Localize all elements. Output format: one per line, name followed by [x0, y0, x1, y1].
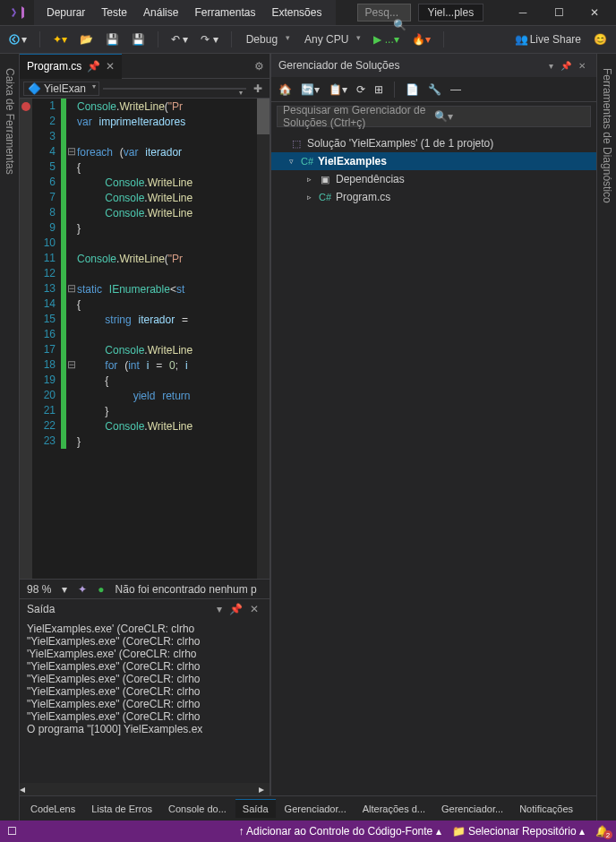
fold-toggle[interactable]	[66, 312, 77, 327]
bottom-tab-2[interactable]: Console do...	[161, 800, 234, 818]
undo-button[interactable]: ↶ ▾	[167, 31, 192, 47]
output-close-icon[interactable]: ✕	[246, 603, 262, 615]
expand-icon[interactable]: ▿	[286, 157, 296, 166]
expand-icon[interactable]: ▹	[304, 193, 314, 202]
repo-selector-button[interactable]: 📁 Selecionar Repositório ▴	[452, 825, 585, 838]
code-editor[interactable]: 1234567891011121314151617181920212223 ⊟⊟…	[20, 99, 270, 579]
bottom-tab-0[interactable]: CodeLens	[23, 800, 82, 818]
code-lines[interactable]: Console.WriteLine("Prvar imprimeIterador…	[77, 99, 270, 579]
minimize-button[interactable]: ─	[505, 0, 541, 25]
fold-margin[interactable]: ⊟⊟⊟	[66, 99, 77, 579]
scroll-thumb[interactable]	[257, 99, 270, 134]
solexp-dropdown-icon[interactable]: ▾	[545, 61, 557, 71]
sol-home-icon[interactable]: 🏠	[277, 82, 294, 98]
bottom-tab-7[interactable]: Notificações	[512, 800, 580, 818]
fold-toggle[interactable]: ⊟	[66, 357, 77, 373]
sol-props-icon[interactable]: —	[449, 82, 463, 98]
tree-solution-node[interactable]: ⬚ Solução 'YielExamples' (1 de 1 projeto…	[271, 134, 596, 152]
project-selector[interactable]: Yiel...ples	[418, 4, 484, 21]
editor-scrollbar[interactable]	[257, 99, 270, 579]
close-button[interactable]: ✕	[577, 0, 612, 25]
bottom-tab-5[interactable]: Alterações d...	[355, 800, 432, 818]
new-item-button[interactable]: ✦▾	[49, 31, 71, 47]
toolbox-tab[interactable]: Caixa de Ferramentas	[4, 61, 16, 182]
fold-toggle[interactable]	[66, 342, 77, 357]
zoom-dropdown-icon[interactable]: ▾	[62, 583, 67, 596]
menu-teste[interactable]: Teste	[94, 3, 134, 22]
output-body[interactable]: YielExamples.exe' (CoreCLR: clrho"YielEx…	[20, 619, 270, 783]
menu-análise[interactable]: Análise	[136, 3, 185, 22]
menu-depurar[interactable]: Depurar	[39, 3, 92, 22]
zoom-level[interactable]: 98 %	[27, 583, 51, 596]
back-nav-button[interactable]: ▾	[5, 31, 30, 47]
fold-toggle[interactable]	[66, 175, 77, 190]
fold-toggle[interactable]	[66, 114, 77, 129]
sol-refresh-icon[interactable]: 🔧	[426, 82, 443, 98]
solexp-pin-icon[interactable]: 📌	[557, 61, 575, 71]
split-editor-icon[interactable]: ✚	[250, 82, 266, 95]
diagnostics-tab[interactable]: Ferramentas de Diagnóstico	[601, 61, 613, 210]
fold-toggle[interactable]: ⊟	[66, 144, 77, 159]
sol-sync-icon[interactable]: ⟳	[355, 82, 367, 98]
fold-toggle[interactable]	[66, 434, 77, 449]
bottom-tab-1[interactable]: Lista de Erros	[84, 800, 159, 818]
expand-icon[interactable]: ▹	[304, 175, 314, 184]
tree-project-node[interactable]: ▿ C# YielExamples	[271, 152, 596, 170]
tree-file-node[interactable]: ▹ C# Program.cs	[271, 188, 596, 206]
search-box[interactable]: Pesq... 🔍	[357, 4, 411, 21]
open-file-button[interactable]: 📂	[76, 31, 97, 47]
fold-toggle[interactable]	[66, 129, 77, 144]
bottom-tab-6[interactable]: Gerenciador...	[434, 800, 510, 818]
fold-toggle[interactable]	[66, 403, 77, 418]
sol-brush-icon[interactable]: 📋▾	[327, 82, 349, 98]
fold-toggle[interactable]	[66, 236, 77, 251]
fold-toggle[interactable]	[66, 251, 77, 266]
save-button[interactable]: 💾	[102, 31, 123, 47]
menu-ferramentas[interactable]: Ferramentas	[187, 3, 262, 22]
notifications-icon[interactable]: 🔔	[595, 825, 609, 838]
fold-toggle[interactable]	[66, 388, 77, 403]
fold-toggle[interactable]: ⊟	[66, 281, 77, 296]
fold-toggle[interactable]	[66, 327, 77, 342]
source-control-button[interactable]: ↑ Adicionar ao Controle do Código-Fonte …	[238, 825, 441, 838]
breakpoint-icon[interactable]	[21, 102, 30, 111]
menu-extensões[interactable]: Extensões	[264, 3, 329, 22]
fold-toggle[interactable]	[66, 190, 77, 205]
breakpoint-margin[interactable]	[20, 99, 32, 579]
sol-filter-icon[interactable]: ⊞	[372, 82, 385, 98]
editor-tab-program[interactable]: Program.cs 📌 ✕	[20, 54, 122, 79]
maximize-button[interactable]: ☐	[541, 0, 577, 25]
redo-button[interactable]: ↷ ▾	[197, 31, 221, 47]
output-dropdown-icon[interactable]: ▾	[213, 603, 226, 615]
nav-member-dropdown[interactable]	[103, 88, 246, 90]
fold-toggle[interactable]	[66, 159, 77, 175]
solexp-close-icon[interactable]: ✕	[575, 61, 589, 71]
save-all-button[interactable]: 💾	[128, 31, 149, 47]
platform-dropdown[interactable]: Any CPU	[299, 31, 364, 47]
sol-showall-icon[interactable]: 📄	[404, 82, 421, 98]
tab-pin-icon[interactable]: 📌	[87, 60, 100, 73]
fold-toggle[interactable]	[66, 373, 77, 388]
start-button[interactable]: ▶ ...▾	[370, 31, 402, 47]
fold-toggle[interactable]	[66, 99, 77, 114]
feedback-button[interactable]: 😊	[590, 31, 611, 47]
output-pin-icon[interactable]: 📌	[226, 603, 246, 615]
tree-deps-node[interactable]: ▹ ▣ Dependências	[271, 170, 596, 188]
bottom-tab-3[interactable]: Saída	[235, 799, 276, 818]
live-share-button[interactable]: 👥 Live Share	[511, 31, 585, 47]
sol-switch-icon[interactable]: 🔄▾	[299, 82, 321, 98]
fold-toggle[interactable]	[66, 418, 77, 434]
solexp-search[interactable]: Pesquisar em Gerenciador de Soluções (Ct…	[277, 106, 591, 127]
bottom-tab-4[interactable]: Gerenciador...	[278, 800, 354, 818]
tab-close-icon[interactable]: ✕	[106, 60, 115, 73]
nav-scope-dropdown[interactable]: 🔷 YielExan	[23, 82, 99, 96]
intellicode-icon[interactable]: ✦	[78, 583, 87, 596]
editor-settings-icon[interactable]: ⚙	[249, 60, 270, 73]
fold-toggle[interactable]	[66, 266, 77, 281]
config-dropdown[interactable]: Debug	[241, 31, 294, 47]
fold-toggle[interactable]	[66, 220, 77, 236]
fold-toggle[interactable]	[66, 296, 77, 312]
fold-toggle[interactable]	[66, 205, 77, 220]
output-scrollbar-h[interactable]: ◂▸	[20, 783, 270, 795]
hot-reload-button[interactable]: 🔥▾	[408, 31, 434, 47]
